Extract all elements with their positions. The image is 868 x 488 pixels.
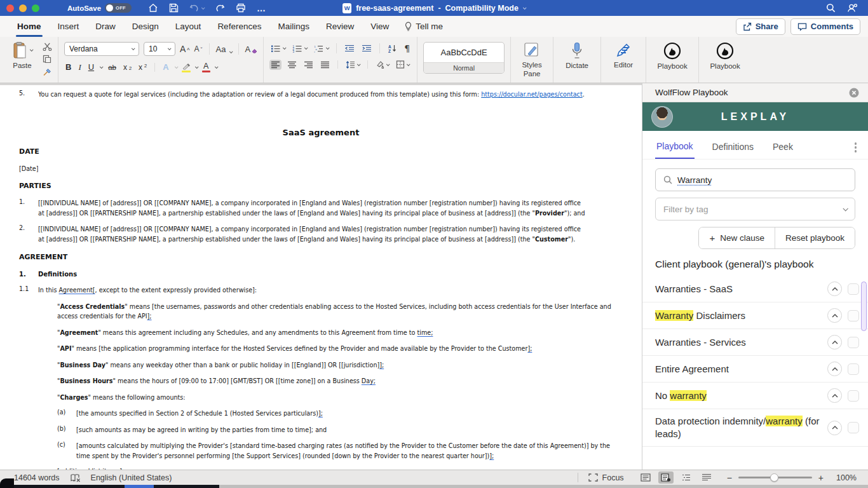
font-name-select[interactable]: Verdana [64, 42, 139, 56]
zoom-slider[interactable] [738, 477, 812, 478]
tab-peek[interactable]: Peek [771, 142, 794, 158]
save-icon[interactable] [169, 3, 179, 13]
clause-row[interactable]: No warranty [642, 383, 868, 409]
dictate-button[interactable]: Dictate [559, 42, 595, 83]
format-painter-icon[interactable] [43, 67, 52, 76]
ribbon-tab-view[interactable]: View [362, 16, 397, 37]
comments-button[interactable]: Comments [790, 18, 860, 35]
focus-button[interactable]: Focus [588, 473, 624, 482]
multilevel-list-button[interactable]: 1ai [313, 43, 330, 54]
zoom-in-button[interactable]: + [818, 473, 824, 483]
close-panel-icon[interactable] [849, 88, 859, 98]
fullscreen-window-button[interactable] [32, 4, 39, 12]
increase-indent-button[interactable] [360, 43, 373, 53]
align-center-button[interactable] [286, 60, 298, 70]
filter-by-tag-select[interactable]: Filter by tag [655, 198, 855, 220]
font-size-select[interactable]: 10 [144, 42, 175, 56]
print-icon[interactable] [236, 3, 246, 13]
spellcheck-icon[interactable] [70, 473, 81, 482]
playbook-button-2[interactable]: Playbook [705, 42, 745, 83]
clause-checkbox[interactable] [848, 422, 859, 433]
ribbon-tab-draw[interactable]: Draw [87, 16, 124, 37]
ribbon-tab-insert[interactable]: Insert [50, 16, 88, 37]
superscript-button[interactable]: x2 [137, 62, 148, 73]
clause-row[interactable]: Data protection indemnity/warranty (for … [642, 409, 868, 447]
text-effects-dropdown-icon[interactable] [175, 65, 179, 69]
paste-dropdown-icon[interactable] [30, 48, 34, 51]
document-canvas[interactable]: 5. You can request a quote for legal ser… [0, 83, 642, 470]
ribbon-tab-home[interactable]: Home [9, 16, 50, 37]
numbered-list-button[interactable]: 123 [291, 43, 308, 54]
search-icon[interactable] [826, 3, 836, 13]
clause-checkbox[interactable] [848, 337, 859, 348]
ribbon-tab-review[interactable]: Review [318, 16, 362, 37]
autosave-toggle[interactable]: OFF [105, 3, 132, 13]
collapse-clause-button[interactable] [827, 388, 842, 403]
clause-row[interactable]: Warranty Disclaimers [642, 302, 868, 329]
font-color-dropdown-icon[interactable] [215, 65, 219, 69]
collapse-clause-button[interactable] [827, 362, 842, 376]
reset-playbook-button[interactable]: Reset playbook [775, 227, 855, 248]
subscript-button[interactable]: x2 [122, 62, 133, 73]
close-window-button[interactable] [6, 4, 14, 12]
collapse-clause-button[interactable] [827, 281, 842, 296]
clause-checkbox[interactable] [848, 283, 859, 295]
style-normal-card[interactable]: AaBbCcDdE Normal [423, 42, 505, 74]
ribbon-tab-design[interactable]: Design [124, 16, 167, 37]
tab-definitions[interactable]: Definitions [711, 142, 755, 158]
borders-button[interactable] [395, 59, 410, 70]
paste-button[interactable]: Paste [6, 41, 39, 83]
decrease-indent-button[interactable] [343, 43, 356, 53]
clause-row[interactable]: Warranties - SaaS [642, 276, 868, 302]
new-clause-button[interactable]: + New clause [699, 227, 775, 248]
collapse-clause-button[interactable] [827, 335, 842, 349]
clause-row[interactable]: Warranties - Services [642, 329, 868, 356]
clause-checkbox[interactable] [848, 310, 859, 322]
align-right-button[interactable] [302, 60, 315, 70]
panel-scrollbar[interactable] [861, 281, 867, 331]
redo-icon[interactable] [215, 4, 225, 13]
view-read-mode-button[interactable] [638, 471, 653, 484]
highlight-dropdown-icon[interactable] [195, 65, 199, 69]
justify-button[interactable] [319, 60, 331, 70]
zoom-level[interactable]: 100% [832, 473, 857, 482]
home-quick-icon[interactable] [148, 3, 158, 13]
ribbon-tab-layout[interactable]: Layout [167, 16, 210, 37]
highlight-button[interactable] [182, 63, 191, 72]
collapse-clause-button[interactable] [827, 421, 842, 435]
clause-checkbox[interactable] [848, 390, 859, 402]
more-commands-icon[interactable]: … [257, 3, 266, 13]
view-outline-button[interactable] [679, 471, 694, 484]
change-case-button[interactable]: Aa [216, 45, 232, 53]
bullet-list-button[interactable] [269, 43, 287, 54]
line-spacing-button[interactable] [344, 60, 361, 70]
clear-formatting-button[interactable]: A [245, 45, 258, 53]
word-count[interactable]: 14604 words [14, 473, 60, 482]
text-effects-button[interactable]: A [161, 62, 170, 73]
underline-dropdown-icon[interactable] [100, 65, 104, 69]
cut-icon[interactable] [43, 43, 52, 51]
undo-icon[interactable] [189, 4, 204, 13]
bold-button[interactable]: B [64, 62, 72, 73]
zoom-out-button[interactable]: − [727, 473, 732, 483]
clause-checkbox[interactable] [848, 363, 859, 375]
tab-playbook[interactable]: Playbook [655, 141, 695, 159]
strikethrough-button[interactable]: ab [107, 62, 118, 73]
align-left-button[interactable] [269, 60, 281, 70]
font-color-button[interactable]: A [202, 62, 210, 73]
ribbon-tab-references[interactable]: References [209, 16, 269, 37]
sort-button[interactable]: AZ [386, 43, 398, 54]
avatar[interactable] [651, 106, 673, 128]
share-button[interactable]: Share [736, 18, 785, 35]
account-icon[interactable] [847, 3, 858, 13]
italic-button[interactable]: I [77, 62, 82, 73]
styles-pane-button[interactable]: Styles Pane [517, 42, 547, 83]
tell-me-button[interactable]: Tell me [397, 22, 451, 31]
show-paragraph-marks-button[interactable]: ¶ [403, 42, 411, 55]
playbook-button-1[interactable]: Playbook [652, 42, 693, 83]
grow-font-button[interactable]: A^ [180, 44, 190, 53]
editor-button[interactable]: Editor [607, 42, 640, 83]
search-input[interactable]: Warranty [655, 168, 855, 191]
shrink-font-button[interactable]: Aˇ [194, 45, 203, 53]
view-draft-button[interactable] [699, 471, 714, 484]
